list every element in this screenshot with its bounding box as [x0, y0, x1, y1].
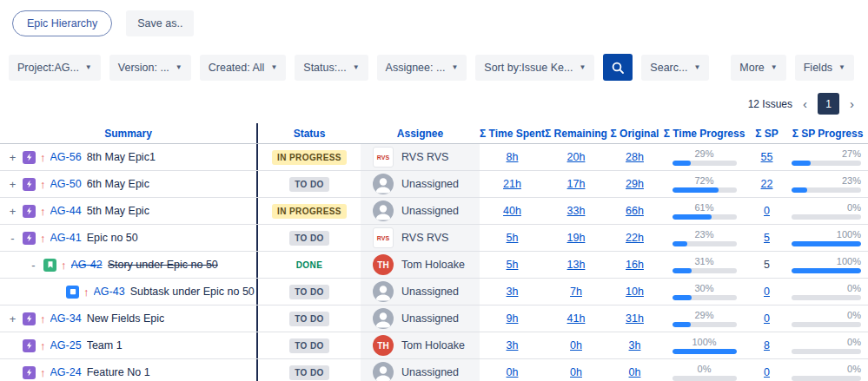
filter-dropdown[interactable]: Created: All: [200, 55, 287, 81]
story-points-link[interactable]: 5: [764, 232, 770, 244]
issue-title: AG-41 Epic no 50: [50, 232, 138, 244]
header-summary[interactable]: Summary: [0, 123, 258, 143]
issue-title: AG-43 Subtask under Epic no 50: [94, 286, 255, 298]
header-status[interactable]: Status: [258, 123, 361, 143]
filter-dropdown-label: Assignee: ...: [386, 62, 446, 74]
filter-dropdown[interactable]: More: [731, 55, 785, 81]
time-spent-link[interactable]: 5h: [507, 232, 519, 244]
story-points-link[interactable]: 8: [764, 339, 770, 351]
time-progress-label: 61: [694, 203, 713, 213]
save-as-button[interactable]: Save as..: [126, 10, 194, 36]
row-expander[interactable]: -: [28, 259, 39, 272]
issue-summary: 5th May Epic: [87, 205, 149, 217]
issue-key-link[interactable]: AG-42: [71, 259, 103, 271]
remaining-link[interactable]: 41h: [567, 312, 586, 325]
story-points-link[interactable]: 0: [764, 205, 770, 217]
filter-dropdown-label: Status:...: [303, 62, 346, 74]
time-spent-link[interactable]: 40h: [503, 205, 521, 217]
filter-dropdown[interactable]: Sort by:Issue Ke...: [475, 55, 594, 81]
original-link[interactable]: 28h: [626, 151, 644, 163]
original-link[interactable]: 29h: [626, 178, 644, 190]
time-progress-label: 29: [694, 149, 713, 159]
header-time-spent[interactable]: Σ Time Spent: [480, 123, 545, 143]
story-points-link[interactable]: 55: [761, 151, 773, 163]
epic-icon: [23, 232, 36, 245]
header-original[interactable]: Σ Original: [607, 123, 662, 143]
remaining-cell: 13h: [545, 252, 607, 278]
row-expander[interactable]: +: [7, 205, 18, 218]
story-points-link[interactable]: 0: [764, 366, 770, 378]
sp-progress-label: 100: [837, 230, 861, 240]
priority-highest-icon: [40, 178, 46, 191]
story-points-link[interactable]: 0: [764, 286, 770, 298]
original-link[interactable]: 10h: [626, 286, 644, 298]
filter-dropdown[interactable]: Status:...: [295, 55, 368, 81]
header-time-progress[interactable]: Σ Time Progress: [662, 123, 746, 143]
time-spent-link[interactable]: 3h: [507, 339, 519, 351]
filter-dropdown[interactable]: Assignee: ...: [377, 55, 467, 81]
story-points-link[interactable]: 22: [761, 178, 773, 190]
time-spent-link[interactable]: 0h: [507, 366, 519, 378]
assignee-cell: Unassigned: [361, 279, 480, 305]
epic-icon: [23, 178, 36, 191]
issue-title: AG-34 New Fields Epic: [50, 312, 165, 325]
time-spent-link[interactable]: 8h: [507, 151, 519, 163]
epic-hierarchy-button[interactable]: Epic Hierarchy: [12, 10, 112, 36]
remaining-link[interactable]: 17h: [567, 178, 586, 190]
issue-key-link[interactable]: AG-44: [50, 205, 82, 217]
issue-key-link[interactable]: AG-56: [50, 151, 82, 163]
saved-search-dropdown[interactable]: Searc...: [641, 55, 709, 81]
epic-icon: [23, 205, 36, 218]
issue-summary: Team 1: [87, 339, 123, 351]
sp-cell: 0: [746, 198, 787, 224]
time-progress-cell: 61: [662, 198, 746, 224]
prev-page-icon[interactable]: ‹: [803, 97, 807, 110]
header-assignee[interactable]: Assignee: [361, 123, 480, 143]
header-sp-progress[interactable]: Σ SP Progress: [787, 123, 868, 143]
remaining-link[interactable]: 13h: [567, 259, 586, 271]
status-cell: TO DO: [258, 225, 361, 251]
header-sp[interactable]: Σ SP: [746, 123, 787, 143]
issue-key-link[interactable]: AG-50: [50, 178, 82, 190]
row-expander[interactable]: +: [7, 151, 18, 164]
time-spent-link[interactable]: 5h: [507, 259, 519, 271]
issue-key-link[interactable]: AG-43: [94, 286, 125, 298]
original-link[interactable]: 0h: [629, 366, 641, 378]
time-spent-link[interactable]: 3h: [507, 286, 519, 298]
filter-dropdown[interactable]: Version: ...: [109, 55, 191, 81]
original-link[interactable]: 66h: [626, 205, 644, 217]
time-spent-link[interactable]: 9h: [507, 312, 519, 325]
time-spent-link[interactable]: 21h: [503, 178, 521, 190]
summary-cell: AG-25 Team 1: [0, 332, 258, 358]
remaining-link[interactable]: 0h: [570, 339, 582, 351]
original-link[interactable]: 22h: [626, 232, 644, 244]
story-points-link[interactable]: 0: [764, 312, 770, 325]
remaining-link[interactable]: 7h: [570, 286, 582, 298]
table-header-row: Summary Status Assignee Σ Time Spent Σ R…: [0, 123, 868, 144]
original-link[interactable]: 31h: [626, 312, 644, 325]
filter-dropdown[interactable]: Project:AG...: [9, 55, 101, 81]
issue-key-link[interactable]: AG-24: [50, 366, 82, 378]
remaining-cell: 0h: [545, 332, 607, 358]
remaining-link[interactable]: 33h: [567, 205, 586, 217]
search-button[interactable]: [603, 54, 633, 81]
row-expander[interactable]: +: [7, 312, 18, 325]
header-remaining[interactable]: Σ Remaining: [545, 123, 607, 143]
sp-progress-bar: [792, 268, 861, 273]
remaining-link[interactable]: 0h: [570, 366, 582, 378]
remaining-link[interactable]: 20h: [567, 151, 586, 163]
chevron-down-icon: [176, 64, 182, 71]
row-expander[interactable]: -: [7, 232, 18, 245]
original-link[interactable]: 16h: [626, 259, 644, 271]
filter-dropdown[interactable]: Fields: [795, 55, 854, 81]
next-page-icon[interactable]: ›: [850, 97, 854, 110]
story-points-link[interactable]: 5: [764, 259, 770, 271]
remaining-link[interactable]: 19h: [567, 232, 586, 244]
issue-key-link[interactable]: AG-25: [50, 339, 82, 351]
issue-key-link[interactable]: AG-34: [50, 312, 82, 325]
chevron-down-icon: [270, 64, 277, 71]
row-expander[interactable]: +: [7, 178, 18, 191]
issue-key-link[interactable]: AG-41: [50, 232, 82, 244]
current-page[interactable]: 1: [818, 93, 839, 115]
original-link[interactable]: 3h: [629, 339, 641, 351]
